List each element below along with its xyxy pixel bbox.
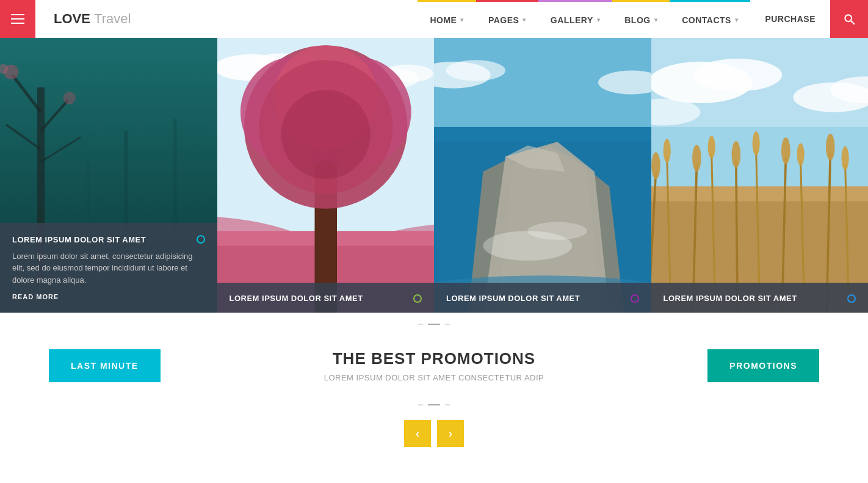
gallery-overlay-4: LOREM IPSUM DOLOR SIT AMET [651,283,869,313]
svg-point-74 [841,147,848,170]
gallery-title-4: LOREM IPSUM DOLOR SIT AMET [664,294,797,303]
gallery-dot-3 [631,294,639,303]
gallery-title-row-2: LOREM IPSUM DOLOR SIT AMET [230,294,422,303]
svg-point-8 [4,65,18,79]
divider-dot [445,324,450,325]
gallery-item-3[interactable]: LOREM IPSUM DOLOR SIT AMET [434,38,651,313]
svg-line-7 [41,137,81,162]
hamburger-button[interactable] [0,0,35,38]
gallery-overlay-1: LOREM IPSUM DOLOR SIT AMET Lorem ipsum d… [0,223,217,313]
gallery-item-4[interactable]: LOREM IPSUM DOLOR SIT AMET [651,38,869,313]
gallery-overlay-3: LOREM IPSUM DOLOR SIT AMET [434,283,651,313]
last-minute-button[interactable]: LAST MINUTE [49,349,161,382]
gallery-title-row-4: LOREM IPSUM DOLOR SIT AMET [664,294,856,303]
gallery-dot-2 [413,294,422,303]
search-button[interactable] [830,0,868,38]
svg-point-9 [0,64,8,74]
gallery-dot-4 [847,294,856,303]
nav-item-blog[interactable]: BLOG ▾ [612,0,670,38]
svg-point-66 [663,139,670,162]
main-nav: HOME ▾ PAGES ▾ GALLERY ▾ BLOG ▾ CONTACTS… [418,0,830,38]
search-icon [843,13,855,25]
nav-item-contacts[interactable]: CONTACTS ▾ [670,0,750,38]
svg-point-65 [651,152,660,179]
logo-travel: Travel [94,11,131,26]
chevron-down-icon: ▾ [654,16,658,23]
svg-point-72 [797,143,804,165]
gallery-title-row-3: LOREM IPSUM DOLOR SIT AMET [446,294,639,303]
svg-point-67 [692,145,701,172]
divider-dot-active [428,324,440,325]
nav-item-purchase[interactable]: PURCHASE [750,0,830,38]
nav-item-pages[interactable]: PAGES ▾ [476,0,538,38]
nav-item-gallery[interactable]: GALLERY ▾ [538,0,612,38]
promotions-subtitle: LOREM IPSUM DOLOR SIT AMET CONSECTETUR A… [185,373,684,382]
svg-point-73 [825,134,834,161]
gallery-title-1: LOREM IPSUM DOLOR SIT AMET [12,235,146,244]
svg-line-1 [851,21,854,24]
svg-point-41 [527,222,587,240]
svg-line-5 [41,100,68,131]
gallery-title-2: LOREM IPSUM DOLOR SIT AMET [230,294,363,303]
divider-dot-active [428,404,440,405]
divider-dot [418,404,423,405]
bottom-divider [0,394,868,412]
gallery-item-1[interactable]: LOREM IPSUM DOLOR SIT AMET Lorem ipsum d… [0,38,217,313]
svg-point-68 [707,136,715,158]
logo[interactable]: LOVE Travel [35,11,149,27]
hamburger-icon [11,14,24,24]
promotions-button[interactable]: PROMOTIONS [707,349,819,382]
chevron-down-icon: ▾ [460,16,464,23]
svg-line-4 [12,75,41,112]
promotions-title: THE BEST PROMOTIONS [185,349,684,368]
nav-item-home[interactable]: HOME ▾ [418,0,476,38]
chevron-down-icon: ▾ [597,16,601,23]
chevron-down-icon: ▾ [735,16,739,23]
promotions-center: THE BEST PROMOTIONS LOREM IPSUM DOLOR SI… [161,349,708,382]
divider-dot [418,324,423,325]
read-more-link-1[interactable]: READ MORE [12,293,59,300]
gallery-overlay-2: LOREM IPSUM DOLOR SIT AMET [217,283,435,313]
svg-point-31 [281,90,370,179]
gallery-desc-1: Lorem ipsum dolor sit amet, consectetur … [12,250,205,286]
gallery-image-2 [217,38,435,313]
chevron-left-icon: ‹ [416,427,419,440]
gallery-title-row-1: LOREM IPSUM DOLOR SIT AMET [12,235,205,244]
promotions-section: LAST MINUTE THE BEST PROMOTIONS LOREM IP… [0,331,868,394]
svg-point-10 [63,92,76,104]
svg-line-6 [6,125,41,150]
section-divider-1 [0,313,868,331]
carousel-next-button[interactable]: › [437,420,464,447]
gallery-dot-1 [197,235,205,244]
gallery-grid: LOREM IPSUM DOLOR SIT AMET Lorem ipsum d… [0,38,868,313]
gallery-title-3: LOREM IPSUM DOLOR SIT AMET [446,294,580,303]
svg-point-43 [446,60,505,81]
gallery-image-3 [434,38,651,313]
svg-point-48 [693,59,782,92]
svg-point-70 [752,131,759,155]
chevron-down-icon: ▾ [523,16,526,23]
carousel-prev-button[interactable]: ‹ [404,420,431,447]
svg-point-71 [781,137,790,164]
svg-point-69 [731,141,740,168]
divider-dot [445,404,450,405]
logo-love: LOVE [54,11,90,26]
chevron-right-icon: › [449,427,452,440]
carousel-controls: ‹ › [0,412,868,459]
header: LOVE Travel HOME ▾ PAGES ▾ GALLERY ▾ BLO… [0,0,868,38]
gallery-image-4 [651,38,869,313]
gallery-item-2[interactable]: LOREM IPSUM DOLOR SIT AMET [217,38,435,313]
